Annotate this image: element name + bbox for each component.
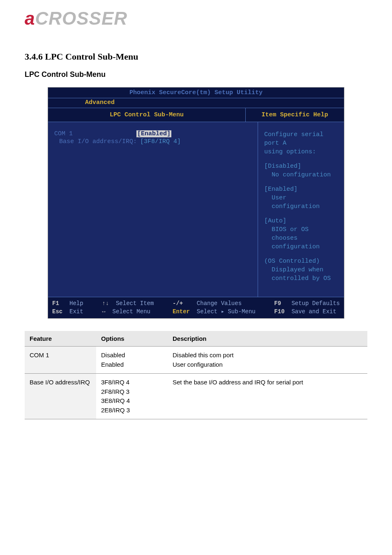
esc-key-label: Esc bbox=[52, 308, 62, 315]
bios-help-body: User configuration bbox=[264, 194, 338, 211]
bios-option-label: COM 1 bbox=[54, 130, 136, 137]
table-cell-feature: Base I/O address/IRQ bbox=[25, 374, 96, 419]
bios-help-intro: Configure serial port A using options: bbox=[264, 130, 338, 156]
table-row: Base I/O address/IRQ 3F8/IRQ 4 2F8/IRQ 3… bbox=[25, 374, 367, 419]
bios-tab-row: Advanced bbox=[48, 98, 344, 108]
bios-help-body: configuration bbox=[264, 243, 338, 251]
table-header-row: Feature Options Description bbox=[25, 331, 367, 347]
bios-help-body: No configuration bbox=[264, 171, 338, 179]
table-header-description: Description bbox=[168, 331, 367, 347]
bios-help-line: Configure serial port A bbox=[264, 130, 338, 148]
bios-option-row: COM 1 [Enabled] bbox=[54, 130, 251, 137]
setup-defaults-label: Setup Defaults bbox=[291, 300, 340, 307]
bios-help-head: [Auto] bbox=[264, 217, 338, 225]
bios-help-head: [Disabled] bbox=[264, 162, 338, 171]
bios-help-block: [Enabled] User configuration bbox=[264, 185, 338, 211]
change-values-label: Change Values bbox=[197, 300, 242, 307]
bios-active-tab: Advanced bbox=[85, 99, 115, 106]
bios-help-block: [Auto] BIOS or OS chooses configuration bbox=[264, 217, 338, 251]
bios-help-head: (OS Controlled) bbox=[264, 257, 338, 266]
bios-help-body: controlled by OS bbox=[264, 274, 338, 283]
table-cell-description: Disabled this com port User configuratio… bbox=[168, 347, 367, 374]
updown-key-label: ↑↓ bbox=[102, 300, 109, 307]
bios-panel-header-row: LPC Control Sub-Menu Item Specific Help bbox=[48, 108, 344, 122]
subsection-title: LPC Control Sub-Menu bbox=[25, 70, 367, 79]
bios-help-block: [Disabled] No configuration bbox=[264, 162, 338, 179]
bios-help-head: [Enabled] bbox=[264, 185, 338, 194]
config-table: Feature Options Description COM 1 Disabl… bbox=[25, 331, 367, 419]
f9-key-label: F9 bbox=[274, 300, 281, 307]
enter-key-label: Enter bbox=[173, 308, 190, 315]
logo-first-letter: a bbox=[25, 8, 35, 28]
bios-footer-col: ↑↓ Select Item ↔ Select Menu bbox=[102, 300, 154, 316]
bios-option-value: [3F8/IRQ 4] bbox=[140, 138, 181, 145]
leftright-key-label: ↔ bbox=[102, 308, 105, 315]
table-cell-feature: COM 1 bbox=[25, 347, 96, 374]
table-row: COM 1 Disabled Enabled Disabled this com… bbox=[25, 347, 367, 374]
select-submenu-label: Select ▸ Sub-Menu bbox=[197, 308, 256, 315]
plusminus-key-label: -/+ bbox=[173, 300, 183, 307]
bios-right-panel-title: Item Specific Help bbox=[246, 108, 344, 122]
help-label: Help bbox=[69, 300, 83, 307]
bios-option-row: Base I/O address/IRQ: [3F8/IRQ 4] bbox=[54, 138, 251, 145]
table-header-options: Options bbox=[96, 331, 168, 347]
select-item-label: Select Item bbox=[116, 300, 154, 307]
bios-footer-col: F9 Setup Defaults F10 Save and Exit bbox=[274, 300, 340, 316]
bios-title-bar: Phoenix SecureCore(tm) Setup Utility bbox=[48, 88, 344, 98]
table-cell-options: 3F8/IRQ 4 2F8/IRQ 3 3E8/IRQ 4 2E8/IRQ 3 bbox=[96, 374, 168, 419]
table-header-feature: Feature bbox=[25, 331, 96, 347]
f1-key-label: F1 bbox=[52, 300, 59, 307]
bios-footer-col: F1 Help Esc Exit bbox=[52, 300, 83, 316]
select-menu-label: Select Menu bbox=[113, 308, 150, 315]
save-exit-label: Save and Exit bbox=[291, 308, 336, 315]
bios-left-panel-title: LPC Control Sub-Menu bbox=[48, 108, 245, 122]
bios-option-label: Base I/O address/IRQ: bbox=[54, 138, 140, 145]
bios-options-panel: COM 1 [Enabled] Base I/O address/IRQ: [3… bbox=[48, 122, 258, 297]
logo-rest-text: CROSSER bbox=[35, 8, 127, 28]
bios-help-block: (OS Controlled) Displayed when controlle… bbox=[264, 257, 338, 283]
bios-screenshot: Phoenix SecureCore(tm) Setup Utility Adv… bbox=[48, 87, 344, 319]
bios-help-body: BIOS or OS chooses bbox=[264, 225, 338, 243]
bios-help-body: Displayed when bbox=[264, 266, 338, 274]
bios-body: COM 1 [Enabled] Base I/O address/IRQ: [3… bbox=[48, 122, 344, 297]
company-logo: aCROSSER bbox=[25, 8, 140, 35]
bios-help-line: using options: bbox=[264, 148, 338, 156]
table-cell-description: Set the base I/O address and IRQ for ser… bbox=[168, 374, 367, 419]
bios-footer: F1 Help Esc Exit ↑↓ Select Item ↔ Select… bbox=[48, 297, 344, 318]
section-title: 3.4.6 LPC Control Sub-Menu bbox=[25, 51, 367, 62]
bios-footer-col: -/+ Change Values Enter Select ▸ Sub-Men… bbox=[173, 300, 256, 316]
table-cell-options: Disabled Enabled bbox=[96, 347, 168, 374]
exit-label: Exit bbox=[69, 308, 83, 315]
f10-key-label: F10 bbox=[274, 308, 284, 315]
bios-option-value-selected: [Enabled] bbox=[136, 130, 171, 137]
bios-help-panel: Configure serial port A using options: [… bbox=[258, 122, 344, 297]
